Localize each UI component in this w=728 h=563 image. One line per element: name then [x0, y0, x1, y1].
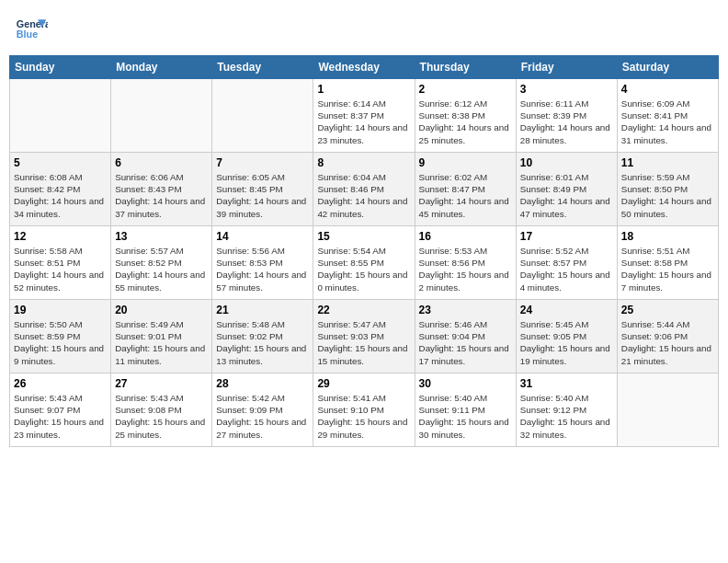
calendar-cell: 22Sunrise: 5:47 AM Sunset: 9:03 PM Dayli…	[313, 300, 415, 373]
calendar-cell: 11Sunrise: 5:59 AM Sunset: 8:50 PM Dayli…	[617, 153, 718, 226]
day-number: 24	[520, 304, 613, 316]
day-info: Sunrise: 5:40 AM Sunset: 9:12 PM Dayligh…	[520, 392, 613, 441]
calendar-cell: 26Sunrise: 5:43 AM Sunset: 9:07 PM Dayli…	[10, 373, 111, 447]
day-info: Sunrise: 5:47 AM Sunset: 9:03 PM Dayligh…	[317, 318, 410, 367]
calendar-cell: 16Sunrise: 5:53 AM Sunset: 8:56 PM Dayli…	[415, 226, 516, 300]
calendar-cell: 14Sunrise: 5:56 AM Sunset: 8:53 PM Dayli…	[212, 226, 313, 300]
day-number: 19	[14, 304, 107, 316]
calendar-cell: 25Sunrise: 5:44 AM Sunset: 9:06 PM Dayli…	[617, 300, 718, 373]
calendar-cell: 28Sunrise: 5:42 AM Sunset: 9:09 PM Dayli…	[212, 373, 313, 447]
calendar-cell: 17Sunrise: 5:52 AM Sunset: 8:57 PM Dayli…	[516, 226, 617, 300]
calendar-cell: 7Sunrise: 6:05 AM Sunset: 8:45 PM Daylig…	[212, 153, 313, 226]
day-info: Sunrise: 6:02 AM Sunset: 8:47 PM Dayligh…	[419, 171, 512, 220]
calendar-cell: 29Sunrise: 5:41 AM Sunset: 9:10 PM Dayli…	[313, 373, 415, 447]
calendar-cell: 9Sunrise: 6:02 AM Sunset: 8:47 PM Daylig…	[415, 153, 516, 226]
calendar-cell: 23Sunrise: 5:46 AM Sunset: 9:04 PM Dayli…	[415, 300, 516, 373]
calendar-cell: 3Sunrise: 6:11 AM Sunset: 8:39 PM Daylig…	[516, 79, 617, 153]
day-info: Sunrise: 6:04 AM Sunset: 8:46 PM Dayligh…	[317, 171, 410, 220]
day-info: Sunrise: 6:14 AM Sunset: 8:37 PM Dayligh…	[317, 98, 410, 146]
calendar-cell: 8Sunrise: 6:04 AM Sunset: 8:46 PM Daylig…	[313, 153, 415, 226]
day-number: 13	[115, 230, 208, 243]
day-header-sunday: Sunday	[10, 56, 111, 79]
day-number: 3	[520, 83, 613, 96]
calendar-cell	[212, 79, 313, 153]
day-number: 31	[520, 377, 613, 390]
logo: General Blue	[15, 13, 51, 46]
day-number: 20	[115, 304, 208, 316]
calendar-week-row: 26Sunrise: 5:43 AM Sunset: 9:07 PM Dayli…	[10, 373, 719, 447]
calendar-cell	[111, 79, 212, 153]
day-number: 26	[14, 377, 107, 390]
day-info: Sunrise: 5:43 AM Sunset: 9:07 PM Dayligh…	[14, 392, 107, 441]
day-info: Sunrise: 5:40 AM Sunset: 9:11 PM Dayligh…	[419, 392, 512, 441]
day-header-tuesday: Tuesday	[212, 56, 313, 79]
day-number: 15	[317, 230, 410, 243]
calendar-cell: 1Sunrise: 6:14 AM Sunset: 8:37 PM Daylig…	[313, 79, 415, 153]
day-number: 6	[115, 156, 208, 169]
calendar-week-row: 12Sunrise: 5:58 AM Sunset: 8:51 PM Dayli…	[10, 226, 719, 300]
calendar-cell: 30Sunrise: 5:40 AM Sunset: 9:11 PM Dayli…	[415, 373, 516, 447]
day-info: Sunrise: 6:06 AM Sunset: 8:43 PM Dayligh…	[115, 171, 208, 220]
day-info: Sunrise: 5:42 AM Sunset: 9:09 PM Dayligh…	[216, 392, 309, 441]
day-info: Sunrise: 5:48 AM Sunset: 9:02 PM Dayligh…	[216, 318, 309, 367]
day-info: Sunrise: 6:11 AM Sunset: 8:39 PM Dayligh…	[520, 98, 613, 146]
day-number: 7	[216, 156, 309, 169]
calendar-week-row: 1Sunrise: 6:14 AM Sunset: 8:37 PM Daylig…	[10, 79, 719, 153]
day-header-wednesday: Wednesday	[313, 56, 415, 79]
calendar-cell: 19Sunrise: 5:50 AM Sunset: 8:59 PM Dayli…	[10, 300, 111, 373]
calendar-cell: 5Sunrise: 6:08 AM Sunset: 8:42 PM Daylig…	[10, 153, 111, 226]
day-info: Sunrise: 6:08 AM Sunset: 8:42 PM Dayligh…	[14, 171, 107, 220]
calendar-cell: 20Sunrise: 5:49 AM Sunset: 9:01 PM Dayli…	[111, 300, 212, 373]
day-headers-row: SundayMondayTuesdayWednesdayThursdayFrid…	[10, 56, 719, 79]
day-info: Sunrise: 5:54 AM Sunset: 8:55 PM Dayligh…	[317, 245, 410, 293]
calendar-cell	[617, 373, 718, 447]
day-info: Sunrise: 5:59 AM Sunset: 8:50 PM Dayligh…	[621, 171, 714, 220]
day-info: Sunrise: 5:41 AM Sunset: 9:10 PM Dayligh…	[317, 392, 410, 441]
calendar-cell: 6Sunrise: 6:06 AM Sunset: 8:43 PM Daylig…	[111, 153, 212, 226]
day-info: Sunrise: 5:52 AM Sunset: 8:57 PM Dayligh…	[520, 245, 613, 293]
calendar-cell: 13Sunrise: 5:57 AM Sunset: 8:52 PM Dayli…	[111, 226, 212, 300]
calendar-table: SundayMondayTuesdayWednesdayThursdayFrid…	[9, 55, 719, 447]
calendar-header: General Blue	[9, 9, 719, 50]
calendar-cell: 15Sunrise: 5:54 AM Sunset: 8:55 PM Dayli…	[313, 226, 415, 300]
day-number: 2	[419, 83, 512, 96]
day-number: 25	[621, 304, 714, 316]
day-number: 27	[115, 377, 208, 390]
day-info: Sunrise: 5:56 AM Sunset: 8:53 PM Dayligh…	[216, 245, 309, 293]
day-number: 12	[14, 230, 107, 243]
day-number: 4	[621, 83, 714, 96]
day-number: 17	[520, 230, 613, 243]
calendar-cell: 24Sunrise: 5:45 AM Sunset: 9:05 PM Dayli…	[516, 300, 617, 373]
day-info: Sunrise: 6:01 AM Sunset: 8:49 PM Dayligh…	[520, 171, 613, 220]
day-info: Sunrise: 5:45 AM Sunset: 9:05 PM Dayligh…	[520, 318, 613, 367]
day-info: Sunrise: 5:58 AM Sunset: 8:51 PM Dayligh…	[14, 245, 107, 293]
calendar-cell: 4Sunrise: 6:09 AM Sunset: 8:41 PM Daylig…	[617, 79, 718, 153]
day-info: Sunrise: 5:46 AM Sunset: 9:04 PM Dayligh…	[419, 318, 512, 367]
day-header-thursday: Thursday	[415, 56, 516, 79]
day-number: 9	[419, 156, 512, 169]
day-info: Sunrise: 5:50 AM Sunset: 8:59 PM Dayligh…	[14, 318, 107, 367]
day-number: 11	[621, 156, 714, 169]
day-number: 30	[419, 377, 512, 390]
calendar-cell: 27Sunrise: 5:43 AM Sunset: 9:08 PM Dayli…	[111, 373, 212, 447]
calendar-cell: 10Sunrise: 6:01 AM Sunset: 8:49 PM Dayli…	[516, 153, 617, 226]
day-info: Sunrise: 5:53 AM Sunset: 8:56 PM Dayligh…	[419, 245, 512, 293]
logo-icon: General Blue	[15, 13, 48, 46]
calendar-week-row: 19Sunrise: 5:50 AM Sunset: 8:59 PM Dayli…	[10, 300, 719, 373]
calendar-cell: 21Sunrise: 5:48 AM Sunset: 9:02 PM Dayli…	[212, 300, 313, 373]
day-info: Sunrise: 5:57 AM Sunset: 8:52 PM Dayligh…	[115, 245, 208, 293]
day-info: Sunrise: 6:05 AM Sunset: 8:45 PM Dayligh…	[216, 171, 309, 220]
day-number: 21	[216, 304, 309, 316]
calendar-cell: 31Sunrise: 5:40 AM Sunset: 9:12 PM Dayli…	[516, 373, 617, 447]
day-number: 29	[317, 377, 410, 390]
day-header-saturday: Saturday	[617, 56, 718, 79]
day-number: 8	[317, 156, 410, 169]
day-number: 1	[317, 83, 410, 96]
calendar-week-row: 5Sunrise: 6:08 AM Sunset: 8:42 PM Daylig…	[10, 153, 719, 226]
calendar-cell: 12Sunrise: 5:58 AM Sunset: 8:51 PM Dayli…	[10, 226, 111, 300]
day-header-friday: Friday	[516, 56, 617, 79]
day-number: 28	[216, 377, 309, 390]
day-number: 18	[621, 230, 714, 243]
day-info: Sunrise: 6:09 AM Sunset: 8:41 PM Dayligh…	[621, 98, 714, 146]
calendar-cell	[10, 79, 111, 153]
